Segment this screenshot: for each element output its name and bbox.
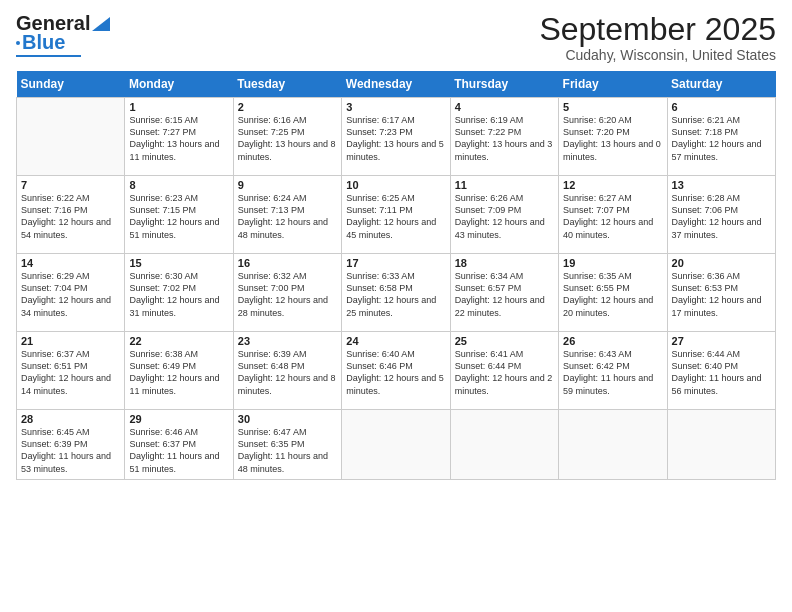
table-row: 30Sunrise: 6:47 AMSunset: 6:35 PMDayligh… bbox=[233, 410, 341, 480]
week-row-2: 14Sunrise: 6:29 AMSunset: 7:04 PMDayligh… bbox=[17, 254, 776, 332]
day-number: 8 bbox=[129, 179, 228, 191]
day-number: 21 bbox=[21, 335, 120, 347]
cell-info: Sunrise: 6:28 AMSunset: 7:06 PMDaylight:… bbox=[672, 192, 771, 241]
day-number: 3 bbox=[346, 101, 445, 113]
day-number: 2 bbox=[238, 101, 337, 113]
logo-underline bbox=[16, 55, 81, 57]
table-row: 14Sunrise: 6:29 AMSunset: 7:04 PMDayligh… bbox=[17, 254, 125, 332]
page-container: General Blue September 2025 Cudahy, Wisc… bbox=[0, 0, 792, 488]
table-row bbox=[559, 410, 667, 480]
table-row: 15Sunrise: 6:30 AMSunset: 7:02 PMDayligh… bbox=[125, 254, 233, 332]
logo-blue: Blue bbox=[22, 31, 65, 54]
col-saturday: Saturday bbox=[667, 71, 775, 98]
day-number: 7 bbox=[21, 179, 120, 191]
cell-info: Sunrise: 6:15 AMSunset: 7:27 PMDaylight:… bbox=[129, 114, 228, 163]
cell-info: Sunrise: 6:26 AMSunset: 7:09 PMDaylight:… bbox=[455, 192, 554, 241]
day-number: 24 bbox=[346, 335, 445, 347]
cell-info: Sunrise: 6:38 AMSunset: 6:49 PMDaylight:… bbox=[129, 348, 228, 397]
col-friday: Friday bbox=[559, 71, 667, 98]
cell-info: Sunrise: 6:20 AMSunset: 7:20 PMDaylight:… bbox=[563, 114, 662, 163]
cell-info: Sunrise: 6:34 AMSunset: 6:57 PMDaylight:… bbox=[455, 270, 554, 319]
cell-info: Sunrise: 6:30 AMSunset: 7:02 PMDaylight:… bbox=[129, 270, 228, 319]
table-row bbox=[342, 410, 450, 480]
table-row: 12Sunrise: 6:27 AMSunset: 7:07 PMDayligh… bbox=[559, 176, 667, 254]
cell-info: Sunrise: 6:23 AMSunset: 7:15 PMDaylight:… bbox=[129, 192, 228, 241]
col-tuesday: Tuesday bbox=[233, 71, 341, 98]
col-thursday: Thursday bbox=[450, 71, 558, 98]
day-number: 16 bbox=[238, 257, 337, 269]
table-row: 8Sunrise: 6:23 AMSunset: 7:15 PMDaylight… bbox=[125, 176, 233, 254]
day-number: 28 bbox=[21, 413, 120, 425]
cell-info: Sunrise: 6:36 AMSunset: 6:53 PMDaylight:… bbox=[672, 270, 771, 319]
table-row: 22Sunrise: 6:38 AMSunset: 6:49 PMDayligh… bbox=[125, 332, 233, 410]
cell-info: Sunrise: 6:39 AMSunset: 6:48 PMDaylight:… bbox=[238, 348, 337, 397]
day-number: 29 bbox=[129, 413, 228, 425]
day-number: 26 bbox=[563, 335, 662, 347]
day-number: 23 bbox=[238, 335, 337, 347]
col-sunday: Sunday bbox=[17, 71, 125, 98]
day-number: 18 bbox=[455, 257, 554, 269]
table-row: 11Sunrise: 6:26 AMSunset: 7:09 PMDayligh… bbox=[450, 176, 558, 254]
logo-dot bbox=[16, 41, 20, 45]
cell-info: Sunrise: 6:41 AMSunset: 6:44 PMDaylight:… bbox=[455, 348, 554, 397]
cell-info: Sunrise: 6:29 AMSunset: 7:04 PMDaylight:… bbox=[21, 270, 120, 319]
cell-info: Sunrise: 6:37 AMSunset: 6:51 PMDaylight:… bbox=[21, 348, 120, 397]
cell-info: Sunrise: 6:27 AMSunset: 7:07 PMDaylight:… bbox=[563, 192, 662, 241]
header-row: Sunday Monday Tuesday Wednesday Thursday… bbox=[17, 71, 776, 98]
cell-info: Sunrise: 6:22 AMSunset: 7:16 PMDaylight:… bbox=[21, 192, 120, 241]
table-row: 1Sunrise: 6:15 AMSunset: 7:27 PMDaylight… bbox=[125, 98, 233, 176]
cell-info: Sunrise: 6:32 AMSunset: 7:00 PMDaylight:… bbox=[238, 270, 337, 319]
week-row-0: 1Sunrise: 6:15 AMSunset: 7:27 PMDaylight… bbox=[17, 98, 776, 176]
table-row: 5Sunrise: 6:20 AMSunset: 7:20 PMDaylight… bbox=[559, 98, 667, 176]
title-block: September 2025 Cudahy, Wisconsin, United… bbox=[539, 12, 776, 63]
table-row: 9Sunrise: 6:24 AMSunset: 7:13 PMDaylight… bbox=[233, 176, 341, 254]
day-number: 15 bbox=[129, 257, 228, 269]
cell-info: Sunrise: 6:24 AMSunset: 7:13 PMDaylight:… bbox=[238, 192, 337, 241]
cell-info: Sunrise: 6:47 AMSunset: 6:35 PMDaylight:… bbox=[238, 426, 337, 475]
col-monday: Monday bbox=[125, 71, 233, 98]
cell-info: Sunrise: 6:45 AMSunset: 6:39 PMDaylight:… bbox=[21, 426, 120, 475]
day-number: 27 bbox=[672, 335, 771, 347]
calendar-table: Sunday Monday Tuesday Wednesday Thursday… bbox=[16, 71, 776, 480]
week-row-3: 21Sunrise: 6:37 AMSunset: 6:51 PMDayligh… bbox=[17, 332, 776, 410]
cell-info: Sunrise: 6:16 AMSunset: 7:25 PMDaylight:… bbox=[238, 114, 337, 163]
table-row bbox=[17, 98, 125, 176]
table-row: 13Sunrise: 6:28 AMSunset: 7:06 PMDayligh… bbox=[667, 176, 775, 254]
table-row: 16Sunrise: 6:32 AMSunset: 7:00 PMDayligh… bbox=[233, 254, 341, 332]
table-row: 28Sunrise: 6:45 AMSunset: 6:39 PMDayligh… bbox=[17, 410, 125, 480]
svg-marker-0 bbox=[92, 17, 110, 31]
cell-info: Sunrise: 6:33 AMSunset: 6:58 PMDaylight:… bbox=[346, 270, 445, 319]
table-row: 2Sunrise: 6:16 AMSunset: 7:25 PMDaylight… bbox=[233, 98, 341, 176]
day-number: 10 bbox=[346, 179, 445, 191]
table-row: 26Sunrise: 6:43 AMSunset: 6:42 PMDayligh… bbox=[559, 332, 667, 410]
table-row: 24Sunrise: 6:40 AMSunset: 6:46 PMDayligh… bbox=[342, 332, 450, 410]
day-number: 20 bbox=[672, 257, 771, 269]
day-number: 1 bbox=[129, 101, 228, 113]
logo-arrow-icon bbox=[90, 15, 112, 33]
day-number: 25 bbox=[455, 335, 554, 347]
table-row: 10Sunrise: 6:25 AMSunset: 7:11 PMDayligh… bbox=[342, 176, 450, 254]
table-row: 21Sunrise: 6:37 AMSunset: 6:51 PMDayligh… bbox=[17, 332, 125, 410]
cell-info: Sunrise: 6:19 AMSunset: 7:22 PMDaylight:… bbox=[455, 114, 554, 163]
day-number: 12 bbox=[563, 179, 662, 191]
cell-info: Sunrise: 6:25 AMSunset: 7:11 PMDaylight:… bbox=[346, 192, 445, 241]
day-number: 22 bbox=[129, 335, 228, 347]
day-number: 6 bbox=[672, 101, 771, 113]
week-row-1: 7Sunrise: 6:22 AMSunset: 7:16 PMDaylight… bbox=[17, 176, 776, 254]
table-row: 7Sunrise: 6:22 AMSunset: 7:16 PMDaylight… bbox=[17, 176, 125, 254]
day-number: 9 bbox=[238, 179, 337, 191]
table-row: 4Sunrise: 6:19 AMSunset: 7:22 PMDaylight… bbox=[450, 98, 558, 176]
day-number: 5 bbox=[563, 101, 662, 113]
day-number: 4 bbox=[455, 101, 554, 113]
cell-info: Sunrise: 6:46 AMSunset: 6:37 PMDaylight:… bbox=[129, 426, 228, 475]
day-number: 13 bbox=[672, 179, 771, 191]
table-row: 6Sunrise: 6:21 AMSunset: 7:18 PMDaylight… bbox=[667, 98, 775, 176]
location-subtitle: Cudahy, Wisconsin, United States bbox=[539, 47, 776, 63]
cell-info: Sunrise: 6:44 AMSunset: 6:40 PMDaylight:… bbox=[672, 348, 771, 397]
table-row: 3Sunrise: 6:17 AMSunset: 7:23 PMDaylight… bbox=[342, 98, 450, 176]
table-row: 29Sunrise: 6:46 AMSunset: 6:37 PMDayligh… bbox=[125, 410, 233, 480]
cell-info: Sunrise: 6:43 AMSunset: 6:42 PMDaylight:… bbox=[563, 348, 662, 397]
day-number: 17 bbox=[346, 257, 445, 269]
table-row: 19Sunrise: 6:35 AMSunset: 6:55 PMDayligh… bbox=[559, 254, 667, 332]
day-number: 30 bbox=[238, 413, 337, 425]
